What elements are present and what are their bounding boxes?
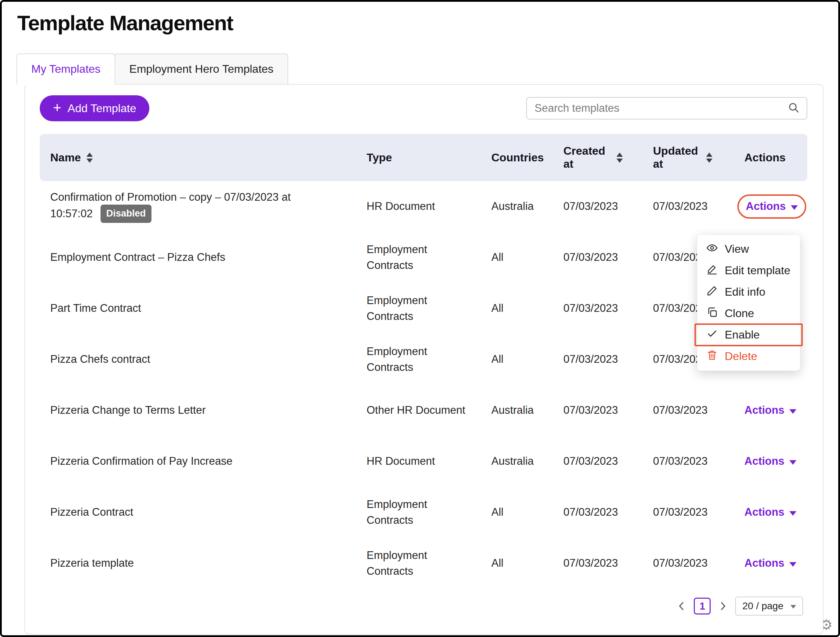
actions-button[interactable]: Actions — [744, 454, 796, 469]
add-template-button[interactable]: + Add Template — [40, 95, 149, 121]
menu-item-view[interactable]: View — [697, 238, 800, 260]
template-type: Employment Contracts — [366, 497, 491, 528]
template-name: Pizzeria template — [50, 555, 366, 571]
template-countries: Australia — [491, 199, 564, 215]
search-input[interactable] — [534, 101, 788, 115]
template-countries: Australia — [491, 403, 564, 418]
sort-icon[interactable] — [706, 153, 712, 163]
column-header-countries: Countries — [491, 151, 564, 164]
chevron-down-icon — [789, 460, 796, 465]
table-row: Employment Contract – Pizza Chefs Employ… — [40, 232, 807, 283]
chevron-down-icon — [789, 562, 796, 567]
menu-item-clone[interactable]: Clone — [697, 303, 800, 324]
chevron-down-icon — [791, 205, 798, 210]
template-created-at: 07/03/2023 — [564, 300, 653, 316]
template-name: Pizza Chefs contract — [50, 351, 366, 367]
template-type: Employment Contracts — [366, 548, 491, 579]
eye-icon — [706, 242, 718, 256]
chevron-down-icon — [791, 605, 796, 609]
template-created-at: 07/03/2023 — [564, 403, 653, 418]
next-page-button[interactable] — [718, 599, 728, 613]
table-header: Name Type Countries Created at Updated a… — [40, 134, 807, 181]
toolbar: + Add Template — [40, 95, 807, 121]
template-created-at: 07/03/2023 — [564, 199, 653, 215]
sort-icon[interactable] — [616, 153, 623, 163]
template-type: Employment Contracts — [366, 344, 491, 375]
template-updated-at: 07/03/2023 — [653, 504, 744, 520]
template-created-at: 07/03/2023 — [564, 504, 653, 520]
column-header-updated-at[interactable]: Updated at — [653, 144, 744, 171]
actions-button[interactable]: Actions — [744, 555, 796, 571]
template-name: Pizzeria Confirmation of Pay Increase — [50, 454, 366, 469]
template-updated-at: 07/03/2023 — [653, 555, 744, 571]
table-row: Part Time Contract Employment Contracts … — [40, 283, 807, 334]
template-name: Pizzeria Contract — [50, 504, 366, 520]
template-updated-at: 07/03/2023 — [653, 454, 744, 469]
menu-item-delete[interactable]: Delete — [697, 346, 800, 367]
template-countries: All — [491, 351, 564, 367]
template-name: Pizzeria Change to Terms Letter — [50, 403, 366, 418]
menu-item-enable[interactable]: Enable — [697, 324, 800, 346]
pencil-icon — [706, 285, 718, 299]
search-icon — [788, 101, 800, 115]
search-box — [526, 97, 807, 120]
template-countries: All — [491, 555, 564, 571]
column-header-name[interactable]: Name — [50, 151, 366, 164]
sort-icon[interactable] — [87, 153, 93, 163]
column-header-type: Type — [366, 151, 491, 164]
previous-page-button[interactable] — [676, 599, 687, 613]
trash-icon — [706, 349, 718, 364]
column-header-actions: Actions — [744, 151, 807, 164]
actions-button[interactable]: Actions — [746, 199, 798, 215]
table-row: Pizzeria Contract Employment Contracts A… — [40, 487, 807, 538]
template-created-at: 07/03/2023 — [564, 454, 653, 469]
menu-item-edit-info[interactable]: Edit info — [697, 281, 800, 303]
chevron-down-icon — [789, 409, 796, 414]
page-size-select[interactable]: 20 / page — [735, 597, 803, 616]
chevron-down-icon — [789, 511, 796, 516]
template-type: HR Document — [366, 199, 491, 215]
tab-employment-hero-templates[interactable]: Employment Hero Templates — [115, 54, 288, 84]
table-row: Pizzeria template Employment Contracts A… — [40, 538, 807, 589]
clone-icon — [706, 307, 718, 321]
actions-button[interactable]: Actions — [744, 403, 796, 418]
template-countries: All — [491, 250, 564, 266]
table-row: Pizzeria Change to Terms Letter Other HR… — [40, 385, 807, 436]
current-page-indicator[interactable]: 1 — [694, 597, 711, 615]
template-updated-at: 07/03/2023 — [653, 403, 744, 418]
template-countries: Australia — [491, 454, 564, 469]
table-row: Pizzeria Confirmation of Pay Increase HR… — [40, 436, 807, 487]
template-name: Confirmation of Promotion – copy – 07/03… — [50, 191, 291, 220]
template-name: Part Time Contract — [50, 300, 366, 316]
template-type: Other HR Document — [366, 403, 491, 418]
tab-my-templates[interactable]: My Templates — [16, 54, 115, 84]
actions-button[interactable]: Actions — [744, 504, 796, 520]
template-name-cell: Confirmation of Promotion – copy – 07/03… — [50, 190, 366, 223]
table-row: Pizza Chefs contract Employment Contract… — [40, 334, 807, 385]
template-countries: All — [491, 504, 564, 520]
tab-bar: My Templates Employment Hero Templates — [16, 54, 838, 84]
check-icon — [706, 328, 718, 342]
edit-template-icon — [706, 264, 718, 278]
pagination: 1 20 / page — [25, 597, 803, 616]
menu-item-edit-template[interactable]: Edit template — [697, 260, 800, 281]
template-created-at: 07/03/2023 — [564, 555, 653, 571]
template-updated-at: 07/03/2023 — [653, 199, 744, 215]
annotation-highlight-ellipse: Actions — [737, 194, 806, 219]
table-row: Confirmation of Promotion – copy – 07/03… — [40, 181, 807, 232]
actions-dropdown-menu: View Edit template Edit info Clone — [697, 234, 800, 371]
table-body: Confirmation of Promotion – copy – 07/03… — [40, 181, 807, 589]
column-header-created-at[interactable]: Created at — [564, 144, 653, 171]
status-badge: Disabled — [101, 205, 152, 223]
template-type: Employment Contracts — [366, 293, 491, 324]
plus-icon: + — [53, 101, 61, 115]
template-countries: All — [491, 300, 564, 316]
template-name: Employment Contract – Pizza Chefs — [50, 250, 366, 266]
template-type: Employment Contracts — [366, 242, 491, 273]
template-created-at: 07/03/2023 — [564, 250, 653, 266]
template-created-at: 07/03/2023 — [564, 351, 653, 367]
template-type: HR Document — [366, 454, 491, 469]
page-title: Template Management — [17, 11, 838, 35]
